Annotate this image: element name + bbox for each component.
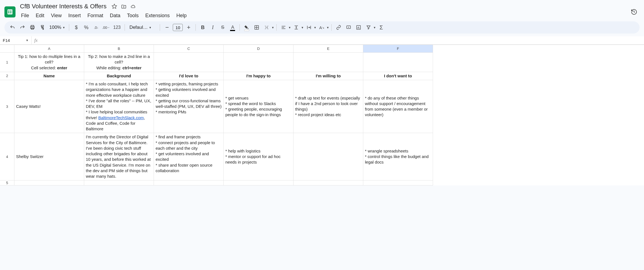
row-header-4[interactable]: 4 (0, 133, 14, 180)
cell-B5[interactable] (84, 180, 154, 185)
cell-E3[interactable]: * draft up text for events (especially i… (293, 80, 363, 133)
increase-font-size-button[interactable]: + (184, 23, 193, 32)
paint-format-button[interactable] (38, 23, 47, 32)
cell-E1[interactable] (293, 53, 363, 72)
svg-marker-0 (112, 4, 117, 9)
menu-bar: FileEditViewInsertFormatDataToolsExtensi… (18, 11, 626, 21)
column-header-A[interactable]: A (14, 45, 84, 53)
cell-B1[interactable]: Tip 2: how to make a 2nd line in a cell?… (84, 53, 154, 72)
text-color-button[interactable]: A (228, 23, 237, 32)
format-currency-button[interactable]: $ (71, 23, 81, 32)
menu-format[interactable]: Format (85, 12, 106, 20)
bold-button[interactable]: B (198, 23, 207, 32)
font-family-dropdown[interactable]: Defaul…▼ (127, 25, 158, 30)
cell-F1[interactable] (363, 53, 433, 72)
decrease-decimal-button[interactable]: .0↓ (91, 23, 101, 32)
name-box[interactable]: F14▼ (0, 36, 32, 44)
column-header-E[interactable]: E (293, 45, 363, 53)
menu-data[interactable]: Data (107, 12, 123, 20)
menu-view[interactable]: View (48, 12, 65, 20)
spreadsheet-grid[interactable]: ABCDEF1Tip 1: how to do multiple lines i… (0, 45, 644, 185)
font-size-input[interactable] (173, 24, 183, 31)
cell-A1[interactable]: Tip 1: how to do multiple lines in a cel… (14, 53, 84, 72)
fill-color-button[interactable] (242, 23, 251, 32)
italic-button[interactable]: I (208, 23, 217, 32)
cell-C1[interactable] (154, 53, 224, 72)
menu-help[interactable]: Help (174, 12, 189, 20)
row-header-5[interactable]: 5 (0, 180, 14, 185)
cell-E5[interactable] (293, 180, 363, 185)
cell-F2[interactable]: I don't want to (363, 72, 433, 80)
filter-dropdown-icon[interactable]: ▼ (373, 26, 376, 29)
cell-D5[interactable] (224, 180, 293, 185)
wrap-dropdown-icon[interactable]: ▼ (314, 26, 316, 29)
star-icon[interactable] (112, 4, 117, 9)
cell-C4[interactable]: * find and frame projects* connect proje… (154, 133, 224, 180)
text-rotation-button[interactable]: A↘ (317, 23, 326, 32)
print-button[interactable] (28, 23, 37, 32)
vertical-align-button[interactable] (292, 23, 301, 32)
h-align-dropdown-icon[interactable]: ▼ (288, 26, 291, 29)
move-icon[interactable] (121, 4, 127, 9)
cell-B3[interactable]: * I'm a solo consultant, I help tech org… (84, 80, 154, 133)
undo-button[interactable] (8, 23, 17, 32)
select-all-corner[interactable] (0, 45, 14, 53)
cell-F4[interactable]: * wrangle spreadsheets* control things l… (363, 133, 433, 180)
format-percent-button[interactable]: % (81, 23, 91, 32)
cell-A5[interactable] (14, 180, 84, 185)
column-header-F[interactable]: F (363, 45, 433, 53)
cell-C3[interactable]: * vetting projects, framing projects* ge… (154, 80, 224, 133)
text-wrap-button[interactable] (304, 23, 314, 32)
menu-tools[interactable]: Tools (124, 12, 141, 20)
toolbar: 100%▼ $ % .0↓ .00← 123 Defaul…▼ − + B I … (4, 21, 640, 34)
functions-button[interactable]: Σ (377, 23, 386, 32)
insert-comment-button[interactable] (344, 23, 353, 32)
zoom-dropdown[interactable]: 100%▼ (48, 25, 67, 30)
cell-E2[interactable]: I'm willing to (293, 72, 363, 80)
merge-cells-button[interactable] (262, 23, 271, 32)
row-header-1[interactable]: 1 (0, 53, 14, 72)
cell-D4[interactable]: * help with logistics* mentor or support… (224, 133, 293, 180)
cell-C2[interactable]: I'd love to (154, 72, 224, 80)
cell-B2[interactable]: Background (84, 72, 154, 80)
menu-insert[interactable]: Insert (66, 12, 84, 20)
cell-D1[interactable] (224, 53, 293, 72)
column-header-D[interactable]: D (224, 45, 293, 53)
more-formats-button[interactable]: 123 (111, 23, 122, 32)
rotation-dropdown-icon[interactable]: ▼ (326, 26, 329, 29)
insert-link-button[interactable] (334, 23, 343, 32)
cell-C5[interactable] (154, 180, 224, 185)
cell-F3[interactable]: * do any of these other things without s… (363, 80, 433, 133)
formula-bar[interactable] (40, 36, 644, 44)
v-align-dropdown-icon[interactable]: ▼ (301, 26, 304, 29)
cell-B4[interactable]: I'm currently the Director of Digital Se… (84, 133, 154, 180)
cell-link[interactable]: BaltimoreTechSlack.com (98, 115, 144, 120)
cell-A2[interactable]: Name (14, 72, 84, 80)
cloud-status-icon[interactable] (130, 4, 136, 9)
document-title[interactable]: CfB Volunteer Interests & Offers (18, 2, 108, 11)
cell-D2[interactable]: I'm happy to (224, 72, 293, 80)
cell-D3[interactable]: * get venues* spread the word to Slacks*… (224, 80, 293, 133)
decrease-font-size-button[interactable]: − (162, 23, 172, 32)
column-header-B[interactable]: B (84, 45, 154, 53)
cell-E4[interactable] (293, 133, 363, 180)
menu-extensions[interactable]: Extensions (143, 12, 172, 20)
cell-A4[interactable]: Shelby Switzer (14, 133, 84, 180)
cell-F5[interactable] (363, 180, 433, 185)
merge-dropdown-icon[interactable]: ▼ (271, 26, 274, 29)
sheets-logo[interactable] (4, 6, 16, 17)
row-header-2[interactable]: 2 (0, 72, 14, 80)
menu-edit[interactable]: Edit (33, 12, 47, 20)
horizontal-align-button[interactable] (279, 23, 288, 32)
borders-button[interactable] (252, 23, 261, 32)
insert-chart-button[interactable] (354, 23, 363, 32)
menu-file[interactable]: File (18, 12, 32, 20)
increase-decimal-button[interactable]: .00← (101, 23, 111, 32)
row-header-3[interactable]: 3 (0, 80, 14, 133)
column-header-C[interactable]: C (154, 45, 224, 53)
activity-history-icon[interactable] (628, 6, 640, 17)
filter-button[interactable] (364, 23, 373, 32)
strikethrough-button[interactable]: S (218, 23, 227, 32)
redo-button[interactable] (18, 23, 27, 32)
cell-A3[interactable]: Casey Watts! (14, 80, 84, 133)
